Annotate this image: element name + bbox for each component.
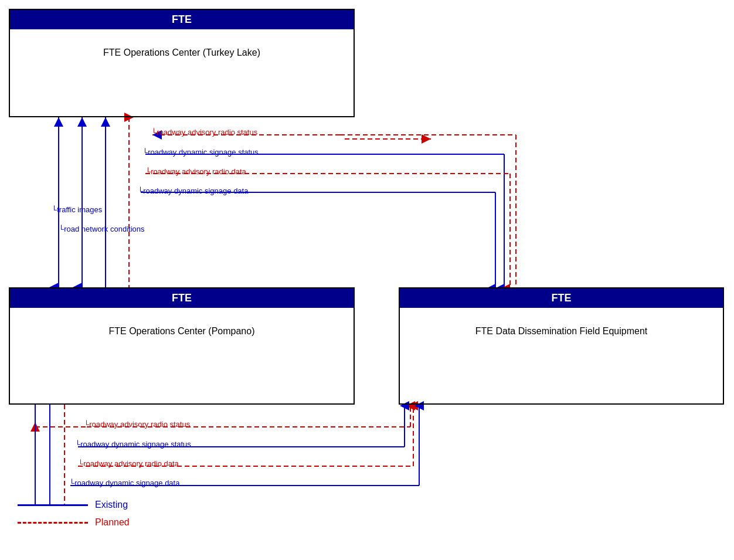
turkey-lake-node: FTE FTE Operations Center (Turkey Lake) — [9, 9, 355, 117]
label-rar-data-bottom: └roadway advisory radio data — [78, 459, 179, 468]
label-rar-data-top: └roadway advisory radio data — [145, 167, 246, 176]
pompano-node: FTE FTE Operations Center (Pompano) — [9, 287, 355, 405]
label-rds-data-top: └roadway dynamic signage data — [138, 186, 248, 195]
label-traffic-images: └traffic images — [52, 205, 102, 214]
turkey-lake-header: FTE — [10, 10, 354, 29]
label-rar-status-top: └roadway advisory radio status — [151, 128, 257, 137]
legend-planned-line — [18, 522, 88, 524]
label-rds-status-bottom: └roadway dynamic signage status — [75, 440, 191, 449]
legend: Existing Planned — [18, 500, 130, 528]
label-road-network: └road network conditions — [59, 225, 145, 233]
legend-existing-label: Existing — [95, 500, 128, 510]
legend-planned-label: Planned — [95, 517, 130, 528]
field-equipment-header: FTE — [400, 289, 723, 308]
diagram-container: FTE FTE Operations Center (Turkey Lake) … — [0, 0, 734, 560]
turkey-lake-body: FTE Operations Center (Turkey Lake) — [10, 29, 354, 76]
pompano-header: FTE — [10, 289, 354, 308]
field-equipment-node: FTE FTE Data Dissemination Field Equipme… — [399, 287, 724, 405]
label-rar-status-bottom: └roadway advisory radio status — [84, 420, 190, 429]
legend-existing-line — [18, 504, 88, 506]
label-rds-data-bottom: └roadway dynamic signage data — [69, 478, 179, 487]
legend-planned: Planned — [18, 517, 130, 528]
label-rds-status-top: └roadway dynamic signage status — [142, 148, 259, 157]
pompano-body: FTE Operations Center (Pompano) — [10, 308, 354, 355]
field-equipment-body: FTE Data Dissemination Field Equipment — [400, 308, 723, 355]
legend-existing: Existing — [18, 500, 130, 510]
